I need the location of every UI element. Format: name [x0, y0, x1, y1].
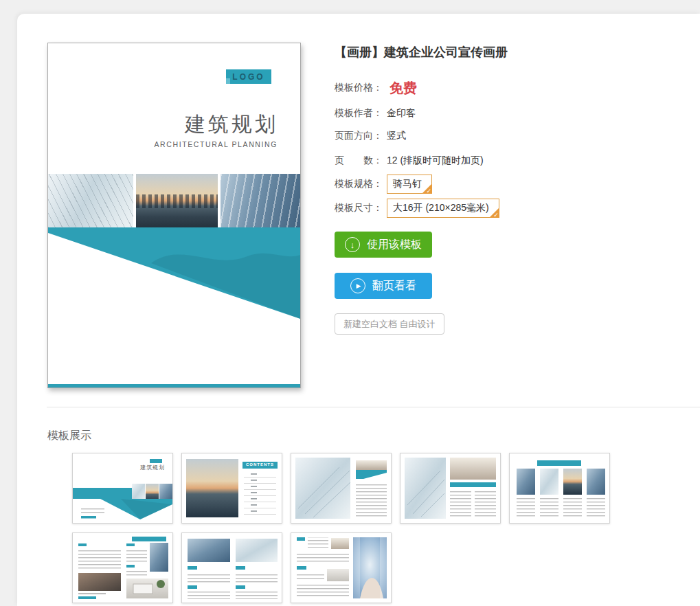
template-thumbnail-4[interactable]: [400, 453, 501, 524]
cover-logo-text: LOGO: [232, 72, 264, 82]
author-label: 模板作者：: [335, 107, 383, 120]
thumbnail-artwork: [291, 453, 391, 523]
cover-photo-skyscrapers: [221, 174, 300, 227]
cover-teal-wedge-graphic: [48, 227, 300, 384]
thumbnail-artwork: [182, 533, 282, 603]
cover-logo-badge: LOGO: [226, 69, 271, 84]
template-thumbnail-3[interactable]: [291, 453, 392, 524]
page-title: 【画册】建筑企业公司宣传画册: [335, 44, 508, 60]
cover-subtitle: ARCHITECTURAL PLANNING: [155, 140, 278, 148]
template-cover-preview[interactable]: LOGO 建筑规划 ARCHITECTURAL PLANNING: [47, 43, 301, 388]
size-dropdown[interactable]: 大16开 (210×285毫米) ✓: [387, 199, 499, 218]
play-icon: ▶: [350, 278, 365, 293]
cover-photo-glass-roof: [48, 174, 133, 227]
thumbnail-artwork: [400, 453, 500, 523]
orientation-value: 竖式: [387, 130, 406, 142]
pages-value: 12 (排版时可随时加页): [387, 155, 484, 167]
check-icon: ✓: [426, 188, 431, 194]
thumbnail-artwork: [73, 533, 172, 603]
section-divider: [47, 407, 700, 407]
pages-row: 页 数： 12 (排版时可随时加页): [335, 153, 484, 168]
use-template-label: 使用该模板: [367, 238, 422, 252]
showcase-heading: 模板展示: [47, 429, 91, 443]
new-blank-document-button[interactable]: 新建空白文档 自由设计: [335, 313, 444, 335]
template-thumbnail-6[interactable]: [72, 532, 173, 603]
use-template-button[interactable]: ↓ 使用该模板: [335, 232, 432, 258]
template-thumbnail-1[interactable]: 建筑规划: [72, 453, 173, 524]
template-thumbnail-5[interactable]: [509, 453, 610, 524]
author-value: 金印客: [387, 107, 416, 120]
cover-footer-strip: [48, 384, 300, 388]
spec-row: 模板规格： 骑马钉 ✓: [335, 174, 432, 194]
orientation-label: 页面方向：: [335, 130, 383, 142]
thumbnail-artwork: [510, 453, 609, 523]
author-row: 模板作者： 金印客: [335, 106, 416, 121]
spec-dropdown[interactable]: 骑马钉 ✓: [387, 175, 432, 194]
size-label: 模板尺寸：: [335, 202, 383, 214]
check-icon: ✓: [493, 212, 499, 218]
price-label: 模板价格：: [335, 82, 383, 94]
spec-value: 骑马钉: [393, 178, 422, 189]
template-thumbnail-2[interactable]: CONTENTS: [181, 453, 282, 524]
template-thumbnail-8[interactable]: [291, 532, 392, 603]
flip-preview-label: 翻页看看: [372, 279, 416, 293]
cover-photo-city-skyline: [136, 174, 218, 227]
orientation-row: 页面方向： 竖式: [335, 128, 406, 144]
size-value: 大16开 (210×285毫米): [393, 202, 489, 213]
thumbnail-cover-title: 建筑规划: [140, 464, 165, 471]
pages-label: 页 数：: [335, 155, 383, 167]
content-card: LOGO 建筑规划 ARCHITECTURAL PLANNING 【画册】建筑企…: [17, 14, 700, 606]
logo-badge-notch: [226, 78, 230, 84]
download-icon: ↓: [345, 237, 360, 252]
size-row: 模板尺寸： 大16开 (210×285毫米) ✓: [335, 198, 499, 218]
flip-preview-button[interactable]: ▶ 翻页看看: [335, 273, 432, 299]
cover-title: 建筑规划: [185, 111, 278, 139]
price-value: 免费: [389, 79, 417, 98]
template-thumbnail-7[interactable]: [181, 532, 282, 603]
price-row: 模板价格： 免费: [335, 80, 417, 96]
thumbnail-contents-label: CONTENTS: [246, 462, 274, 467]
thumbnail-artwork: [291, 533, 391, 603]
spec-label: 模板规格：: [335, 178, 383, 190]
